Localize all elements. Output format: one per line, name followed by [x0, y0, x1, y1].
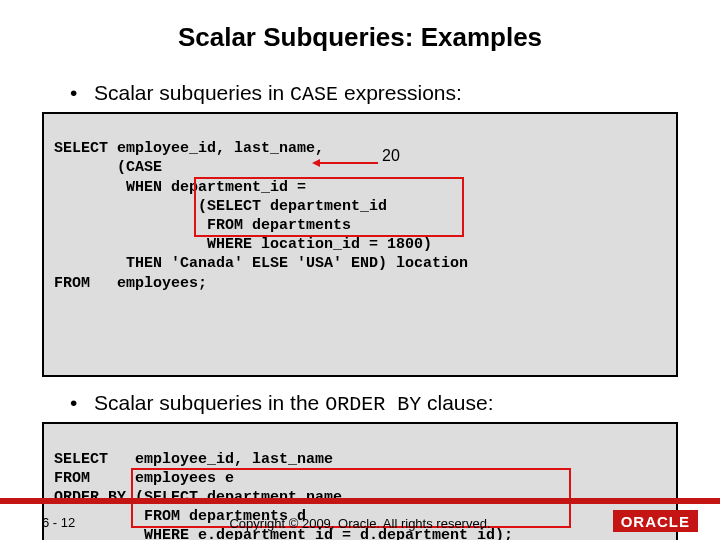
slide-title: Scalar Subqueries: Examples: [0, 0, 720, 53]
footer: 6 - 12 Copyright © 2009, Oracle. All rig…: [0, 498, 720, 540]
bullet-1-mono: CASE: [290, 83, 338, 106]
bullet-2-mono: ORDER BY: [325, 393, 421, 416]
bullet-2-text: Scalar subqueries in the ORDER BY clause…: [94, 391, 494, 416]
arrow-icon: [312, 156, 382, 170]
svg-marker-1: [312, 159, 320, 167]
bullet-dot: •: [70, 391, 94, 415]
code1-l1: (CASE: [54, 159, 162, 176]
bullet-2: • Scalar subqueries in the ORDER BY clau…: [70, 391, 720, 416]
bullet-1: • Scalar subqueries in CASE expressions:: [70, 81, 720, 106]
oracle-logo: ORACLE: [613, 510, 698, 532]
bullet-1-pre: Scalar subqueries in: [94, 81, 290, 104]
code1-l0: SELECT employee_id, last_name,: [54, 140, 324, 157]
code1-l4: FROM departments: [54, 217, 351, 234]
bullet-2-pre: Scalar subqueries in the: [94, 391, 325, 414]
bullet-1-text: Scalar subqueries in CASE expressions:: [94, 81, 462, 106]
code1-l3: (SELECT department_id: [54, 198, 387, 215]
code1-l5: WHERE location_id = 1800): [54, 236, 432, 253]
code1-l6: THEN 'Canada' ELSE 'USA' END) location: [54, 255, 468, 272]
code2-l0: SELECT employee_id, last_name: [54, 451, 333, 468]
annotation-value: 20: [382, 146, 400, 166]
code1-l2: WHEN department_id =: [54, 179, 306, 196]
bullet-2-post: clause:: [421, 391, 493, 414]
bullet-1-post: expressions:: [338, 81, 462, 104]
code2-l1: FROM employees e: [54, 470, 234, 487]
slide: Scalar Subqueries: Examples • Scalar sub…: [0, 0, 720, 540]
footer-bar: [0, 498, 720, 504]
code1-l7: FROM employees;: [54, 275, 207, 292]
code-block-1: SELECT employee_id, last_name, (CASE WHE…: [42, 112, 678, 377]
page-number: 6 - 12: [42, 515, 75, 530]
bullet-dot: •: [70, 81, 94, 105]
